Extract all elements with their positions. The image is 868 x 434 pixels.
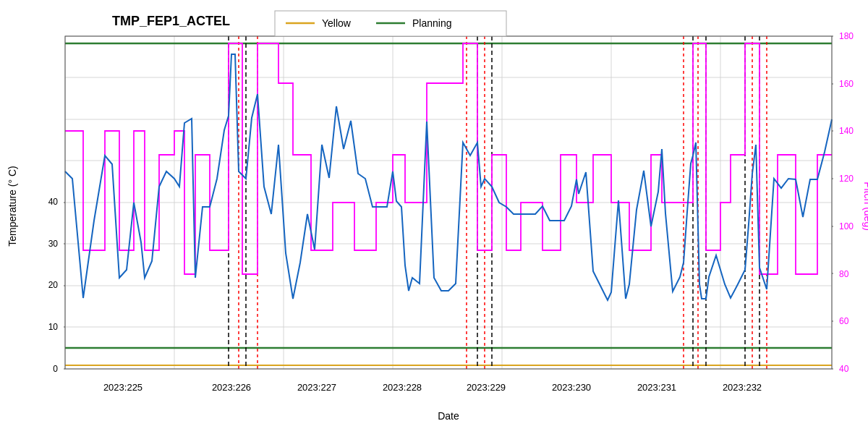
svg-text:60: 60 — [839, 316, 849, 326]
svg-text:10: 10 — [48, 322, 59, 332]
x-tick-228: 2023:228 — [383, 382, 422, 393]
x-tick-229: 2023:229 — [467, 382, 506, 393]
svg-text:160: 160 — [839, 79, 854, 89]
chart-container: TMP_FEP1_ACTEL Yellow Planning 2023:225 … — [0, 0, 868, 434]
yaxis-right-label: Pitch (deg) — [862, 182, 868, 231]
svg-text:30: 30 — [48, 239, 59, 249]
svg-text:80: 80 — [839, 269, 849, 279]
legend-yellow-label: Yellow — [322, 17, 352, 29]
svg-text:40: 40 — [48, 197, 59, 207]
x-tick-226: 2023:226 — [212, 382, 251, 393]
x-tick-230: 2023:230 — [552, 382, 591, 393]
svg-text:140: 140 — [839, 126, 854, 136]
x-tick-225: 2023:225 — [103, 382, 142, 393]
svg-text:100: 100 — [839, 221, 854, 231]
svg-text:120: 120 — [839, 174, 854, 184]
svg-text:0: 0 — [53, 364, 58, 374]
xaxis-label: Date — [438, 410, 459, 422]
x-tick-231: 2023:231 — [637, 382, 676, 393]
svg-text:180: 180 — [839, 31, 854, 41]
svg-text:40: 40 — [839, 364, 849, 374]
x-tick-227: 2023:227 — [297, 382, 336, 393]
legend-planning-label: Planning — [412, 17, 452, 29]
chart-title: TMP_FEP1_ACTEL — [112, 14, 230, 28]
svg-text:20: 20 — [48, 280, 59, 290]
x-tick-232: 2023:232 — [723, 382, 762, 393]
yaxis-left-label: Temperature (° C) — [7, 166, 18, 246]
